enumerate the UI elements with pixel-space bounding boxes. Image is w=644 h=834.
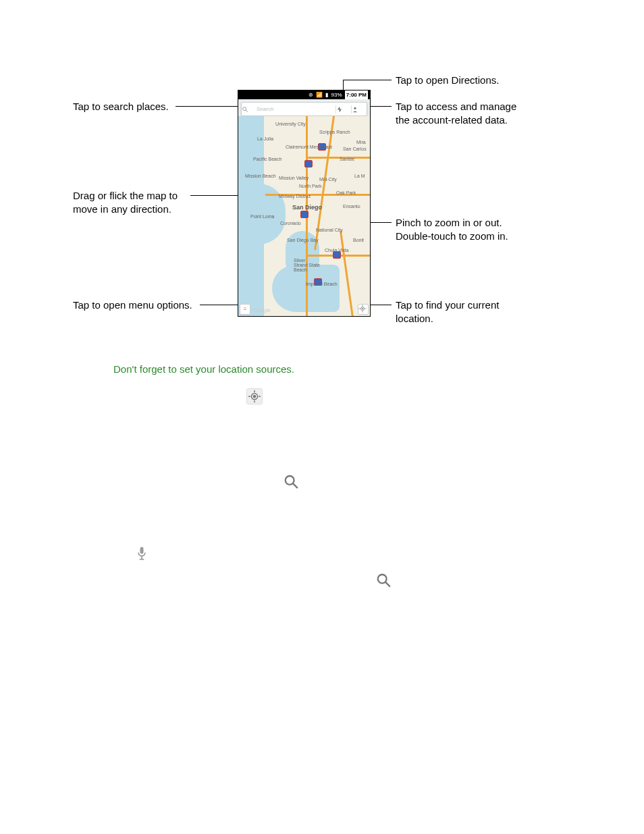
label-imperial-beach: Imperial Beach [306,282,338,286]
callout-zoom: Pinch to zoom in or out. Double-touch to… [396,216,508,242]
label-clairemont: Clairemont Mesa East [286,145,332,149]
leader-zoom [370,222,392,223]
directions-icon[interactable] [336,106,351,113]
label-north-park: North Park [299,184,321,188]
label-mission-beach: Mission Beach [245,174,276,178]
svg-point-20 [378,575,387,583]
account-icon[interactable] [352,106,367,113]
svg-point-10 [253,395,257,398]
label-santee: Santee [340,157,354,161]
callout-search: Tap to search places. [73,100,169,113]
label-university-city: University City [275,122,306,126]
label-encanto: Encanto [343,204,360,209]
leader-menu [200,305,239,305]
callout-menu: Tap to open menu options. [73,298,192,312]
callout-location: Tap to find your current location. [396,298,499,325]
label-san-carlos: San Carlos [343,147,367,151]
callout-drag: Drag or flick the map to move in any dir… [73,189,178,215]
label-midway: Midway District [279,194,311,199]
label-mid-city: Mid-City [319,177,337,182]
label-miramar: Mira [356,140,366,145]
svg-point-4 [362,308,363,309]
label-bonita: Bonit [353,238,364,242]
callout-location-line1: Tap to find your current [396,298,499,312]
clock: 7:00 PM [345,90,368,99]
label-la-mesa: La M [354,174,365,178]
label-san-diego: San Diego [292,204,322,211]
label-la-jolla: La Jolla [257,136,273,141]
wifi-icon: 📶 [316,92,323,98]
page-root: Tap to search places. Drag or flick the … [0,0,644,834]
svg-line-1 [246,110,248,112]
brand-label: Google [253,307,271,313]
callout-drag-line1: Drag or flick the map to [73,189,178,203]
label-san-diego-bay: San Diego Bay [287,238,319,242]
my-location-inline-icon [246,388,263,405]
map-canvas[interactable]: La Jolla University City Clairemont Mesa… [238,116,370,316]
gps-icon: ⊕ [308,92,313,98]
callout-account: Tap to access and manage the account-rel… [396,100,516,126]
leader-directions-h2 [343,80,392,80]
phone-screenshot: ⊕ 📶 ▮ 93% 7:00 PM Search [238,90,371,317]
callout-zoom-line2: Double-touch to zoom in. [396,230,508,243]
label-chula-vista: Chula Vista [325,248,349,253]
callout-drag-line2: move in any direction. [73,203,178,216]
svg-point-15 [286,476,294,485]
battery-label: 93% [331,92,342,98]
svg-rect-17 [140,547,144,554]
search-icon [242,106,257,113]
svg-point-0 [243,107,246,110]
label-coronado: Coronado [280,221,301,226]
svg-line-16 [294,484,298,488]
callout-account-line2: the account-related data. [396,113,516,127]
search-inline-icon-2 [376,573,391,588]
label-national-city: National City [316,228,343,232]
label-point-loma: Point Loma [250,214,274,219]
callout-zoom-line1: Pinch to zoom in or out. [396,216,508,230]
callout-location-line2: location. [396,312,499,325]
label-silver-strand: Silver Strand State Beach [294,258,321,272]
signal-icon: ▮ [325,92,328,98]
svg-line-21 [386,583,390,587]
callout-directions: Tap to open Directions. [396,74,499,87]
label-scripps: Scripps Ranch [319,130,350,134]
leader-search [176,106,240,107]
label-pacific-beach: Pacific Beach [253,157,281,161]
search-bar[interactable]: Search [241,102,367,116]
status-bar: ⊕ 📶 ▮ 93% 7:00 PM [238,90,370,99]
location-note: Don't forget to set your location source… [113,363,294,375]
mic-inline-icon [135,546,149,562]
callout-account-line1: Tap to access and manage [396,100,516,113]
my-location-button[interactable] [358,304,369,315]
menu-button[interactable]: ≡ [240,304,250,315]
label-oak-park: Oak Park [336,190,356,195]
search-placeholder: Search [257,106,336,112]
search-inline-icon-1 [284,474,298,489]
label-mission-valley: Mission Valley [279,176,308,180]
svg-point-2 [354,107,356,109]
